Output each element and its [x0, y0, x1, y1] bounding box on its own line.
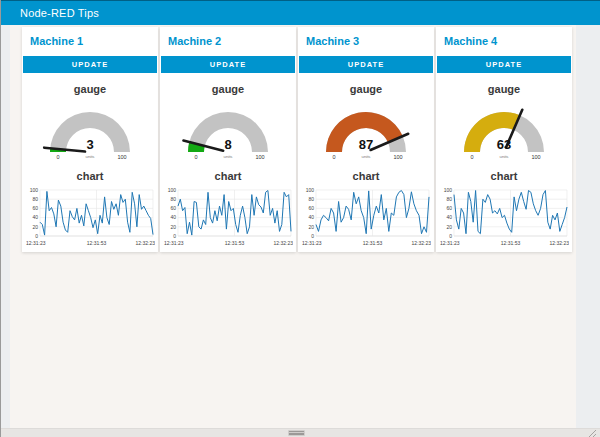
gauge-title: gauge [298, 82, 434, 96]
gauge-units: units [86, 154, 95, 159]
update-button[interactable]: UPDATE [23, 56, 157, 73]
gauge-max: 100 [117, 154, 126, 160]
y-tick-label: 20 [32, 224, 38, 230]
chart-svg: 02040608010012:31:2312:31:5312:32:23 [25, 186, 155, 248]
y-tick-label: 0 [35, 233, 38, 239]
gauge-min: 0 [56, 154, 59, 160]
dashboard-content: Machine 1 UPDATE gauge 3units0100 chart … [10, 25, 576, 428]
y-tick-label: 20 [446, 224, 452, 230]
x-tick-label: 12:31:53 [363, 240, 383, 246]
resize-grip-icon[interactable] [588, 429, 597, 437]
gauge-value: 87 [359, 137, 373, 152]
titlebar: Node-RED Tips [1, 0, 600, 25]
machine-card: Machine 2 UPDATE gauge 8units0100 chart … [160, 27, 296, 252]
gauge-max: 100 [393, 154, 402, 160]
app-title: Node-RED Tips [20, 7, 99, 19]
y-tick-label: 100 [444, 187, 453, 193]
machine-card: Machine 4 UPDATE gauge 63units0100 chart… [436, 27, 572, 252]
x-tick-label: 12:32:23 [274, 240, 293, 246]
x-tick-label: 12:31:23 [164, 240, 184, 246]
y-tick-label: 80 [32, 196, 38, 202]
y-tick-label: 80 [170, 196, 176, 202]
gauge-title: gauge [436, 82, 572, 96]
machine-title: Machine 1 [30, 34, 158, 48]
bottom-strip [1, 428, 600, 437]
x-tick-label: 12:31:23 [302, 240, 322, 246]
gauge-units: units [362, 154, 371, 159]
machine-card: Machine 3 UPDATE gauge 87units0100 chart… [298, 27, 434, 252]
gauge-value: 8 [224, 137, 231, 152]
y-tick-label: 80 [308, 196, 314, 202]
chart-title: chart [160, 169, 296, 183]
y-tick-label: 80 [446, 196, 452, 202]
chart-svg: 02040608010012:31:2312:31:5312:32:23 [439, 186, 569, 248]
y-tick-label: 100 [30, 187, 39, 193]
y-tick-label: 0 [311, 233, 314, 239]
gauge-value: 3 [86, 137, 93, 152]
x-tick-label: 12:31:53 [87, 240, 107, 246]
x-tick-label: 12:32:23 [136, 240, 155, 246]
x-tick-label: 12:32:23 [550, 240, 569, 246]
y-tick-label: 40 [170, 214, 176, 220]
y-tick-label: 60 [170, 205, 176, 211]
gauge-min: 0 [470, 154, 473, 160]
chart-title: chart [436, 169, 572, 183]
update-button[interactable]: UPDATE [299, 56, 433, 73]
node-red-dashboard: Node-RED Tips Machine 1 UPDATE gauge 3un… [0, 0, 600, 437]
chart-title: chart [298, 169, 434, 183]
gauge-title: gauge [22, 82, 158, 96]
gauge-min: 0 [332, 154, 335, 160]
x-tick-label: 12:31:53 [501, 240, 521, 246]
chart-svg: 02040608010012:31:2312:31:5312:32:23 [301, 186, 431, 248]
y-tick-label: 0 [449, 233, 452, 239]
gauge-max: 100 [255, 154, 264, 160]
machine-title: Machine 2 [168, 34, 296, 48]
y-tick-label: 100 [306, 187, 315, 193]
y-tick-label: 60 [308, 205, 314, 211]
gauge-min: 0 [194, 154, 197, 160]
y-tick-label: 20 [308, 224, 314, 230]
machine-title: Machine 4 [444, 34, 572, 48]
chart-svg: 02040608010012:31:2312:31:5312:32:23 [163, 186, 293, 248]
gauge-svg: 87units0100 [308, 98, 424, 160]
gauge-units: units [500, 154, 509, 159]
x-tick-label: 12:31:23 [440, 240, 460, 246]
gauge-max: 100 [531, 154, 540, 160]
x-tick-label: 12:32:23 [412, 240, 431, 246]
y-tick-label: 40 [446, 214, 452, 220]
update-button[interactable]: UPDATE [437, 56, 571, 73]
chart-title: chart [22, 169, 158, 183]
y-tick-label: 40 [308, 214, 314, 220]
gauge-value: 63 [497, 137, 511, 152]
gauge-svg: 63units0100 [446, 98, 562, 160]
gauge-svg: 8units0100 [170, 98, 286, 160]
cards-row: Machine 1 UPDATE gauge 3units0100 chart … [22, 27, 572, 252]
machine-title: Machine 3 [306, 34, 434, 48]
x-tick-label: 12:31:23 [26, 240, 46, 246]
update-button[interactable]: UPDATE [161, 56, 295, 73]
gauge-title: gauge [160, 82, 296, 96]
y-tick-label: 20 [170, 224, 176, 230]
y-tick-label: 60 [32, 205, 38, 211]
y-tick-label: 40 [32, 214, 38, 220]
gauge-svg: 3units0100 [32, 98, 148, 160]
drag-handle-icon[interactable] [288, 430, 305, 436]
y-tick-label: 100 [168, 187, 177, 193]
machine-card: Machine 1 UPDATE gauge 3units0100 chart … [22, 27, 158, 252]
y-tick-label: 0 [173, 233, 176, 239]
gauge-units: units [224, 154, 233, 159]
y-tick-label: 60 [446, 205, 452, 211]
x-tick-label: 12:31:53 [225, 240, 245, 246]
